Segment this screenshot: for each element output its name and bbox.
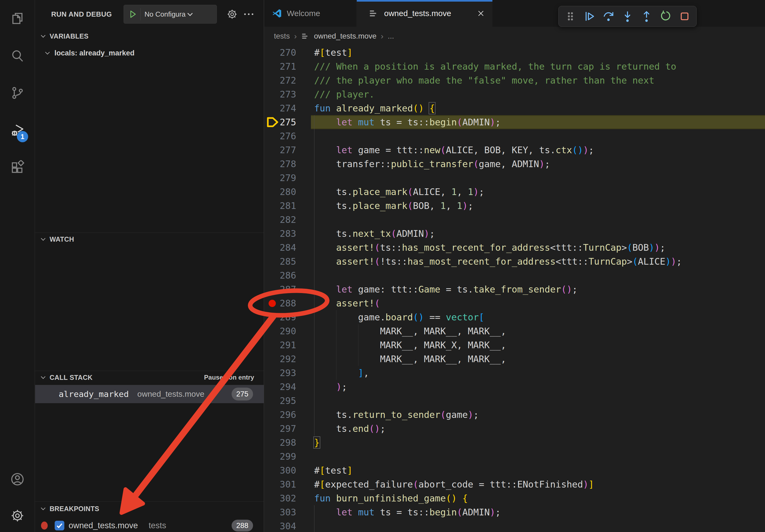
gutter[interactable]: 285 <box>264 254 311 268</box>
code-line-285[interactable]: 285 assert!(!ts::has_most_recent_for_add… <box>264 254 765 268</box>
code-line-291[interactable]: 291 MARK__, MARK_X, MARK__, <box>264 338 765 352</box>
gutter[interactable]: 288 <box>264 296 311 310</box>
code-line-276[interactable]: 276 <box>264 129 765 143</box>
code-line-300[interactable]: 300#[test] <box>264 463 765 477</box>
code-line-293[interactable]: 293 ], <box>264 366 765 380</box>
toolbar-drag-handle-icon[interactable] <box>562 8 579 25</box>
source-control-icon[interactable] <box>10 86 25 100</box>
code-area[interactable]: 270#[test]271/// When a position is alre… <box>264 46 765 532</box>
gutter[interactable]: 282 <box>264 213 311 227</box>
code-line-273[interactable]: 273/// player. <box>264 87 765 101</box>
line-number[interactable]: 279 <box>280 171 296 185</box>
code-line-297[interactable]: 297 ts.end(); <box>264 421 765 435</box>
debug-settings-gear-icon[interactable] <box>227 9 238 20</box>
line-number[interactable]: 272 <box>280 73 296 87</box>
code-line-282[interactable]: 282 <box>264 213 765 227</box>
code-line-301[interactable]: 301#[expected_failure(abort_code = ttt::… <box>264 477 765 491</box>
gutter[interactable]: 292 <box>264 352 311 366</box>
code-line-304[interactable]: 304 <box>264 519 765 532</box>
code-line-290[interactable]: 290 MARK__, MARK__, MARK__, <box>264 324 765 338</box>
gutter[interactable]: 281 <box>264 199 311 213</box>
code-line-270[interactable]: 270#[test] <box>264 46 765 60</box>
launch-config-dropdown[interactable]: No Configura <box>124 5 217 24</box>
gutter[interactable]: 295 <box>264 394 311 408</box>
line-number[interactable]: 295 <box>280 394 296 408</box>
line-number[interactable]: 304 <box>280 519 296 532</box>
line-number[interactable]: 288 <box>280 296 296 310</box>
line-number[interactable]: 302 <box>280 491 296 505</box>
code-line-274[interactable]: 274fun already_marked() { <box>264 101 765 115</box>
stack-frame-row[interactable]: already_marked owned_tests.move 275 <box>35 385 264 403</box>
code-line-283[interactable]: 283 ts.next_tx(ADMIN); <box>264 227 765 241</box>
start-debug-icon[interactable] <box>128 10 137 19</box>
continue-button[interactable] <box>581 8 598 25</box>
gutter[interactable]: 304 <box>264 519 311 532</box>
code-line-292[interactable]: 292 MARK__, MARK__, MARK__, <box>264 352 765 366</box>
gutter[interactable]: 275 <box>264 115 311 129</box>
code-line-298[interactable]: 298} <box>264 435 765 449</box>
locals-scope-row[interactable]: locals: already_marked <box>46 47 135 59</box>
line-number[interactable]: 282 <box>280 213 296 227</box>
gutter[interactable]: 273 <box>264 87 311 101</box>
line-number[interactable]: 273 <box>280 87 296 101</box>
call-stack-section-header[interactable]: CALL STACK Paused on entry <box>35 371 264 384</box>
code-line-272[interactable]: 272/// the player who made the "false" m… <box>264 73 765 87</box>
breadcrumb-file[interactable]: owned_tests.move <box>314 32 376 40</box>
code-line-287[interactable]: 287 let game: ttt::Game = ts.take_from_s… <box>264 282 765 296</box>
variables-section-header[interactable]: VARIABLES <box>35 30 264 42</box>
code-line-279[interactable]: 279 <box>264 171 765 185</box>
gutter[interactable]: 279 <box>264 171 311 185</box>
watch-section-header[interactable]: WATCH <box>35 233 264 245</box>
gutter[interactable]: 272 <box>264 73 311 87</box>
gutter[interactable]: 290 <box>264 324 311 338</box>
gutter[interactable]: 278 <box>264 157 311 171</box>
line-number[interactable]: 280 <box>280 185 296 199</box>
line-number[interactable]: 284 <box>280 241 296 254</box>
line-number[interactable]: 293 <box>280 366 296 380</box>
breadcrumb-symbol[interactable]: ... <box>388 32 394 40</box>
line-number[interactable]: 275 <box>280 115 296 129</box>
code-line-278[interactable]: 278 transfer::public_transfer(game, ADMI… <box>264 157 765 171</box>
line-number[interactable]: 281 <box>280 199 296 213</box>
gutter[interactable]: 276 <box>264 129 311 143</box>
line-number[interactable]: 301 <box>280 477 296 491</box>
config-dropdown-label[interactable]: No Configura <box>145 10 186 19</box>
explorer-icon[interactable] <box>10 12 25 26</box>
line-number[interactable]: 290 <box>280 324 296 338</box>
gutter[interactable]: 302 <box>264 491 311 505</box>
gutter[interactable]: 299 <box>264 449 311 463</box>
step-over-button[interactable] <box>600 8 617 25</box>
code-line-296[interactable]: 296 ts.return_to_sender(game); <box>264 408 765 421</box>
extensions-icon[interactable] <box>10 160 25 175</box>
breadcrumb-folder[interactable]: tests <box>274 32 290 40</box>
gutter[interactable]: 286 <box>264 268 311 282</box>
code-line-295[interactable]: 295 <box>264 394 765 408</box>
stop-button[interactable] <box>676 8 693 25</box>
account-icon[interactable] <box>10 472 25 486</box>
line-number[interactable]: 300 <box>280 463 296 477</box>
breakpoint-icon[interactable] <box>269 300 276 307</box>
line-number[interactable]: 274 <box>280 101 296 115</box>
line-number[interactable]: 292 <box>280 352 296 366</box>
code-line-299[interactable]: 299 <box>264 449 765 463</box>
gutter[interactable]: 280 <box>264 185 311 199</box>
gutter[interactable]: 277 <box>264 143 311 157</box>
gutter[interactable]: 294 <box>264 380 311 394</box>
line-number[interactable]: 298 <box>280 435 296 449</box>
breakpoint-list-item[interactable]: owned_tests.move tests 288 <box>35 519 264 532</box>
gutter[interactable]: 301 <box>264 477 311 491</box>
line-number[interactable]: 271 <box>280 60 296 73</box>
line-number[interactable]: 277 <box>280 143 296 157</box>
code-line-281[interactable]: 281 ts.place_mark(BOB, 1, 1); <box>264 199 765 213</box>
gutter[interactable]: 289 <box>264 310 311 324</box>
code-line-271[interactable]: 271/// When a position is already marked… <box>264 60 765 73</box>
code-line-288[interactable]: 288 assert!( <box>264 296 765 310</box>
settings-gear-icon[interactable] <box>10 508 25 523</box>
line-number[interactable]: 291 <box>280 338 296 352</box>
gutter[interactable]: 270 <box>264 46 311 60</box>
line-number[interactable]: 276 <box>280 129 296 143</box>
line-number[interactable]: 294 <box>280 380 296 394</box>
line-number[interactable]: 296 <box>280 408 296 421</box>
breakpoint-checkbox[interactable] <box>55 521 64 530</box>
gutter[interactable]: 296 <box>264 408 311 421</box>
